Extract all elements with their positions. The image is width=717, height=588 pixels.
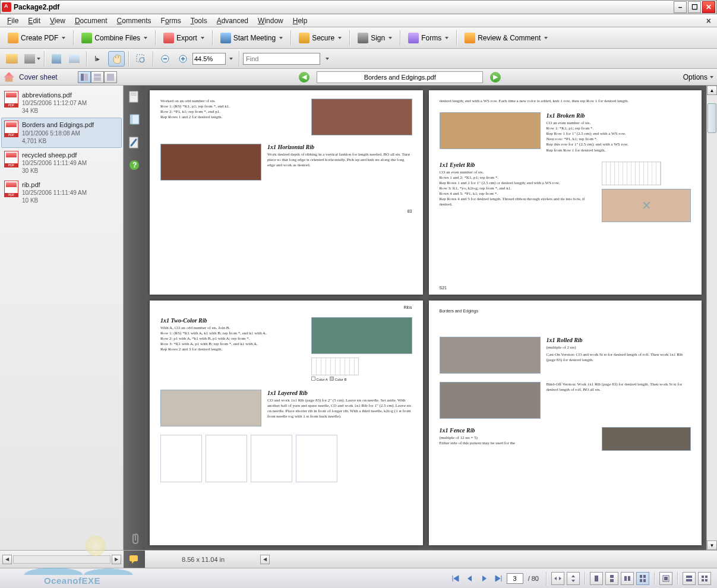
- select-tool-button[interactable]: I▸: [90, 51, 107, 67]
- next-page-button[interactable]: [478, 573, 490, 584]
- primary-toolbar: Create PDF Combine Files Export Start Me…: [0, 27, 717, 49]
- hscroll-right-button[interactable]: ▶: [112, 555, 121, 564]
- zoom-in-button[interactable]: [175, 51, 191, 67]
- review-icon: [465, 33, 475, 43]
- single-continuous-button[interactable]: [605, 572, 618, 585]
- file-date-label: 10/25/2006 11:12:07 AM: [22, 99, 87, 107]
- forms-button[interactable]: Forms: [404, 30, 453, 46]
- menu-tools[interactable]: Tools: [186, 15, 212, 26]
- prev-page-button[interactable]: [464, 573, 476, 584]
- hscroll-left-button[interactable]: ◀: [2, 555, 12, 564]
- pages-panel-icon[interactable]: [127, 90, 141, 105]
- reading-mode-button[interactable]: [659, 572, 672, 585]
- first-page-button[interactable]: [450, 573, 462, 584]
- scroll-down-button[interactable]: ▼: [707, 540, 717, 550]
- pdf-file-icon: [4, 151, 18, 167]
- print-button[interactable]: [21, 51, 38, 67]
- page-number-input[interactable]: [507, 573, 523, 584]
- next-doc-button[interactable]: ▶: [490, 72, 501, 83]
- two-up-button[interactable]: [621, 572, 634, 585]
- svg-rect-29: [640, 579, 642, 582]
- fit-width-button[interactable]: [551, 572, 564, 585]
- scroll-track[interactable]: [707, 95, 717, 540]
- review-comment-button[interactable]: Review & Comment: [460, 30, 552, 46]
- zoom-out-button[interactable]: [157, 51, 173, 67]
- single-page-button[interactable]: [590, 572, 603, 585]
- close-button[interactable]: ✕: [702, 1, 715, 13]
- signatures-panel-icon[interactable]: [127, 135, 141, 150]
- menu-forms[interactable]: Forms: [156, 15, 186, 26]
- close-document-icon[interactable]: ×: [703, 16, 715, 26]
- two-up-continuous-button[interactable]: [636, 572, 649, 585]
- list-view-button[interactable]: [78, 71, 91, 83]
- save-button[interactable]: [48, 51, 65, 67]
- sidebar-hscroll[interactable]: ◀ ▶: [0, 555, 124, 564]
- home-icon[interactable]: [4, 72, 14, 82]
- last-page-button[interactable]: [492, 573, 504, 584]
- menu-view[interactable]: View: [45, 15, 70, 26]
- start-meeting-button[interactable]: Start Meeting: [216, 30, 287, 46]
- marquee-zoom-button[interactable]: [132, 51, 149, 67]
- menu-document[interactable]: Document: [70, 15, 112, 26]
- split-view-button[interactable]: [683, 572, 696, 585]
- file-date-label: 10/25/2006 11:11:49 AM: [22, 159, 87, 167]
- hand-icon: [111, 53, 122, 64]
- doc-hscroll-left-button[interactable]: ◀: [260, 555, 270, 564]
- svg-rect-28: [643, 575, 646, 578]
- minimize-panel-button[interactable]: [104, 71, 117, 83]
- scroll-up-button[interactable]: ▲: [707, 86, 717, 95]
- file-list-item[interactable]: rib.pdf10/25/2006 11:11:49 AM10 KB: [1, 178, 122, 207]
- options-menu[interactable]: Options: [683, 73, 713, 81]
- email-button[interactable]: [66, 51, 83, 67]
- fit-page-button[interactable]: [567, 572, 580, 585]
- meeting-icon: [220, 33, 231, 43]
- cover-sheet-link[interactable]: Cover sheet: [17, 73, 60, 81]
- menu-edit[interactable]: Edit: [23, 15, 45, 26]
- menu-comments[interactable]: Comments: [112, 15, 156, 26]
- knit-swatch-image: [440, 382, 541, 419]
- file-list-item[interactable]: abbreviations.pdf10/25/2006 11:12:07 AM3…: [1, 88, 122, 118]
- chart-grid-icon: [311, 358, 359, 375]
- spreadsheet-split-button[interactable]: [698, 572, 711, 585]
- prev-doc-button[interactable]: ◀: [299, 72, 309, 83]
- svg-rect-34: [686, 579, 692, 581]
- scroll-thumb[interactable]: [707, 103, 716, 133]
- svg-rect-12: [107, 74, 114, 81]
- sign-button[interactable]: Sign: [353, 30, 396, 46]
- combine-files-button[interactable]: Combine Files: [77, 30, 151, 46]
- hand-tool-button[interactable]: [108, 51, 125, 67]
- open-button[interactable]: [4, 51, 20, 67]
- hscroll-track[interactable]: [13, 555, 110, 564]
- file-list-item[interactable]: Borders and Edgings.pdf10/1/2006 5:18:08…: [1, 118, 122, 147]
- minimize-button[interactable]: –: [674, 1, 687, 13]
- secure-button[interactable]: Secure: [295, 30, 346, 46]
- marquee-zoom-icon: [135, 53, 146, 64]
- garment-diagram-icon: [296, 435, 337, 482]
- help-panel-icon[interactable]: ?: [127, 158, 141, 172]
- print-dropdown-icon[interactable]: [37, 58, 40, 60]
- document-viewport[interactable]: Worked on an odd number of sts. Row 1: (…: [145, 86, 717, 550]
- maximize-button[interactable]: ☐: [688, 1, 701, 13]
- vertical-scrollbar[interactable]: ▲ ▼: [706, 86, 717, 550]
- file-list-item[interactable]: recycled sheep.pdf10/25/2006 11:11:49 AM…: [1, 148, 122, 178]
- menu-advanced[interactable]: Advanced: [212, 15, 253, 26]
- create-pdf-button[interactable]: Create PDF: [4, 30, 70, 46]
- knit-swatch-image: [311, 99, 412, 135]
- menu-window[interactable]: Window: [253, 15, 288, 26]
- export-button[interactable]: Export: [159, 30, 209, 46]
- menu-file[interactable]: File: [2, 15, 23, 26]
- attachments-panel-icon[interactable]: [127, 531, 141, 545]
- detail-view-button[interactable]: [91, 71, 104, 83]
- zoom-dropdown-icon[interactable]: [229, 58, 233, 60]
- file-name-label: recycled sheep.pdf: [22, 151, 87, 159]
- bookmarks-panel-icon[interactable]: [127, 113, 141, 127]
- garment-diagram-icon: [206, 435, 247, 482]
- find-dropdown-button[interactable]: [321, 51, 332, 67]
- zoom-level-input[interactable]: [192, 53, 226, 65]
- file-size-label: 30 KB: [22, 167, 87, 175]
- knit-swatch-image: [160, 144, 261, 181]
- find-input[interactable]: [243, 53, 320, 65]
- comments-panel-icon[interactable]: [128, 554, 140, 565]
- status-bar: ◀ ▶ 8.56 x 11.04 in ◀: [0, 550, 717, 568]
- menu-help[interactable]: Help: [288, 15, 312, 26]
